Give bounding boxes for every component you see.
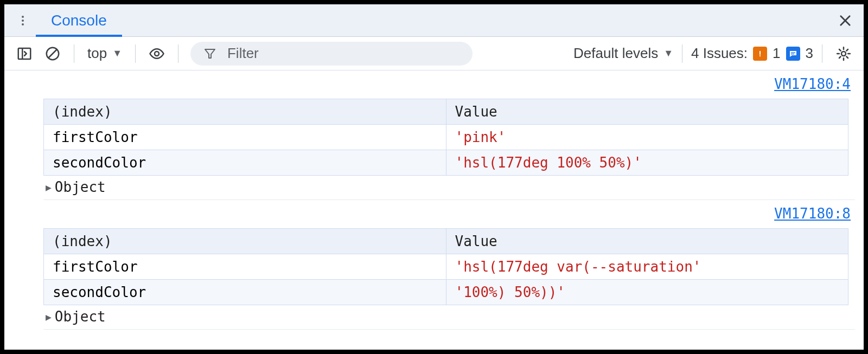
table-cell-value: 'hsl(177deg var(--saturation' [446, 254, 848, 280]
console-table: (index) Value firstColor 'pink' secondCo… [43, 99, 848, 176]
svg-rect-13 [791, 52, 795, 53]
info-badge-icon [786, 47, 800, 61]
tab-console-label: Console [51, 12, 107, 29]
object-label: Object [55, 179, 106, 195]
message-icon [789, 49, 797, 58]
source-link[interactable]: VM17180:4 [774, 76, 851, 92]
separator [178, 44, 178, 63]
table-row: firstColor 'pink' [44, 125, 848, 150]
execution-context-select[interactable]: top ▼ [83, 43, 126, 64]
table-cell-value: 'pink' [446, 125, 848, 150]
console-output: VM17180:4 (index) Value firstColor 'pink… [4, 70, 864, 350]
table-row: secondColor 'hsl(177deg 100% 50%)' [44, 150, 848, 176]
filter-icon [203, 47, 216, 60]
warning-badge-icon [753, 47, 767, 61]
issues-label: 4 Issues: [691, 45, 748, 62]
console-table-entry: VM17180:4 (index) Value firstColor 'pink… [43, 70, 855, 200]
table-cell-value: '100%) 50%))' [446, 280, 848, 305]
svg-rect-11 [760, 51, 761, 55]
sidebar-toggle-icon [16, 46, 33, 62]
chevron-down-icon: ▼ [663, 48, 673, 59]
svg-rect-12 [760, 55, 761, 56]
svg-line-8 [49, 49, 57, 57]
svg-point-15 [841, 52, 846, 56]
source-link[interactable]: VM17180:8 [774, 205, 851, 222]
separator [135, 44, 136, 63]
table-header-value[interactable]: Value [446, 99, 848, 125]
table-cell-key: secondColor [44, 150, 446, 176]
table-row: secondColor '100%) 50%))' [44, 280, 848, 305]
console-table-entry: VM17180:8 (index) Value firstColor 'hsl(… [43, 200, 855, 330]
gear-icon [835, 46, 852, 62]
separator [822, 44, 822, 63]
console-table: (index) Value firstColor 'hsl(177deg var… [43, 228, 848, 305]
table-cell-key: secondColor [44, 280, 446, 305]
filter-field[interactable] [190, 42, 473, 66]
devtools-tabbar: Console [4, 4, 864, 37]
close-icon [838, 13, 853, 28]
eye-icon [149, 46, 165, 62]
console-settings-button[interactable] [831, 43, 856, 64]
clear-console-button[interactable] [40, 43, 65, 64]
disclosure-triangle-icon: ▶ [46, 182, 52, 193]
clear-icon [44, 46, 61, 62]
close-devtools-button[interactable] [832, 13, 858, 28]
toggle-sidebar-button[interactable] [12, 43, 37, 64]
disclosure-triangle-icon: ▶ [46, 311, 52, 323]
svg-rect-5 [18, 48, 31, 59]
expandable-object[interactable]: ▶ Object [43, 305, 855, 326]
execution-context-label: top [87, 45, 107, 62]
issues-warning-count: 1 [773, 45, 780, 62]
separator [74, 44, 74, 63]
console-toolbar: top ▼ Default levels ▼ 4 Issues: 1 [4, 37, 864, 70]
svg-point-0 [22, 16, 24, 18]
table-header-index[interactable]: (index) [44, 99, 446, 125]
table-cell-key: firstColor [44, 254, 446, 280]
exclamation-icon [756, 49, 764, 58]
tab-console[interactable]: Console [36, 4, 122, 36]
object-label: Object [55, 308, 106, 325]
log-levels-select[interactable]: Default levels ▼ [573, 45, 673, 62]
svg-marker-10 [205, 49, 215, 58]
svg-point-2 [22, 23, 24, 25]
chevron-down-icon: ▼ [112, 48, 122, 59]
kebab-icon [16, 14, 29, 27]
svg-point-1 [22, 20, 24, 22]
separator [682, 44, 682, 63]
more-options-button[interactable] [10, 14, 36, 27]
issues-info-count: 3 [806, 45, 813, 62]
svg-rect-14 [791, 54, 794, 54]
table-header-value[interactable]: Value [446, 229, 848, 254]
table-row: firstColor 'hsl(177deg var(--saturation' [44, 254, 848, 280]
table-cell-value: 'hsl(177deg 100% 50%)' [446, 150, 848, 176]
filter-input[interactable] [226, 44, 445, 62]
table-header-index[interactable]: (index) [44, 229, 446, 254]
expandable-object[interactable]: ▶ Object [43, 176, 855, 196]
live-expression-button[interactable] [144, 43, 169, 64]
log-levels-label: Default levels [573, 45, 658, 62]
issues-summary[interactable]: 4 Issues: 1 3 [691, 45, 813, 62]
table-cell-key: firstColor [44, 125, 446, 150]
svg-point-9 [155, 52, 159, 56]
